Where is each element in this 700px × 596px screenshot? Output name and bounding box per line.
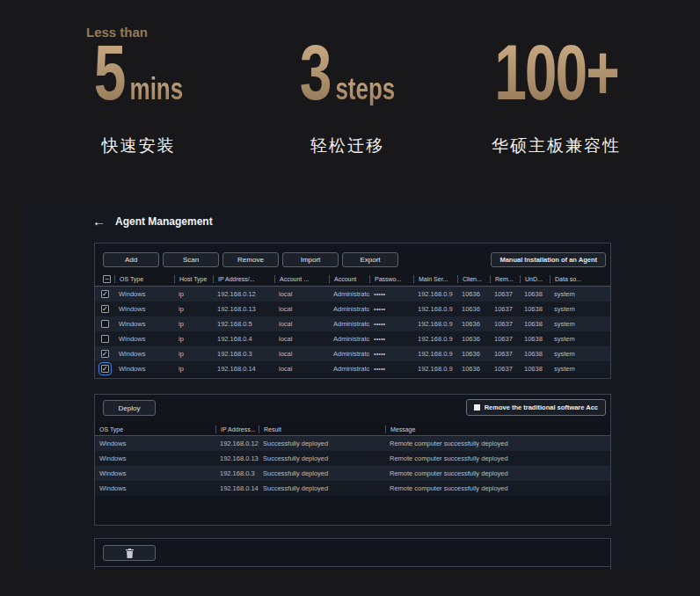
row-checkbox[interactable] bbox=[101, 365, 109, 373]
table-cell: 192.168.0.9 bbox=[413, 305, 457, 313]
deploy-button[interactable]: Deploy bbox=[103, 400, 156, 416]
table-cell: Successfully deployed bbox=[259, 454, 385, 462]
table-cell: 10636 bbox=[457, 335, 490, 343]
table-cell: Administrator bbox=[329, 305, 369, 313]
row-checkbox-cell bbox=[95, 350, 114, 358]
import-button[interactable]: Import bbox=[282, 252, 339, 267]
table-row[interactable]: Windowsip192.168.0.13localAdministrator•… bbox=[95, 302, 610, 316]
manual-install-button[interactable]: Manual Installation of an Agent bbox=[491, 252, 606, 267]
remove-traditional-software-toggle[interactable]: Remove the traditional software Acc bbox=[466, 399, 606, 416]
table-cell: Administrator bbox=[329, 335, 369, 343]
deploy-section: Deploy Remove the traditional software A… bbox=[94, 394, 611, 526]
table-cell: 10638 bbox=[520, 350, 550, 358]
table-cell: 192.168.0.5 bbox=[213, 320, 274, 328]
table-cell: system bbox=[550, 320, 610, 328]
table-row[interactable]: Windowsip192.168.0.14localAdministrator•… bbox=[95, 361, 610, 376]
table-cell: local bbox=[274, 320, 329, 328]
column-header: Data so... bbox=[550, 275, 610, 283]
row-checkbox[interactable] bbox=[101, 350, 109, 358]
table-cell: local bbox=[274, 365, 329, 373]
deploy-table-header: OS TypeIP Address...ResultMessage bbox=[95, 423, 610, 436]
export-button[interactable]: Export bbox=[342, 252, 398, 267]
table-cell: system bbox=[550, 335, 610, 343]
table-cell: 192.168.0.12 bbox=[215, 440, 259, 447]
stat-unit: steps bbox=[335, 70, 395, 107]
delete-button[interactable] bbox=[103, 545, 156, 561]
table-cell: 192.168.0.14 bbox=[215, 484, 259, 492]
table-cell: ip bbox=[174, 305, 213, 313]
table-cell: ••••• bbox=[369, 290, 413, 298]
row-checkbox[interactable] bbox=[101, 290, 109, 298]
table-cell: 192.168.0.9 bbox=[413, 320, 457, 328]
table-cell: 10637 bbox=[490, 290, 520, 298]
row-checkbox-cell bbox=[95, 335, 114, 343]
cutoff-table-header bbox=[95, 567, 610, 570]
row-checkbox[interactable] bbox=[101, 335, 109, 343]
table-row[interactable]: Windows192.168.0.13Successfully deployed… bbox=[95, 451, 610, 466]
column-header: Message bbox=[385, 425, 610, 433]
table-cell: 10637 bbox=[490, 305, 520, 313]
table-cell: 10636 bbox=[457, 350, 490, 358]
row-checkbox-cell bbox=[95, 305, 114, 313]
stat-compatibility: 100+ 华硕主板兼容性 bbox=[462, 47, 651, 157]
table-cell: 192.168.0.9 bbox=[413, 290, 457, 298]
page-title: Agent Management bbox=[115, 215, 213, 228]
remove-button[interactable]: Remove bbox=[222, 252, 279, 267]
stat-label: 快速安装 bbox=[53, 134, 224, 157]
stat-label: 华硕主板兼容性 bbox=[462, 134, 651, 157]
stat-install-time: 5 mins 快速安装 bbox=[53, 47, 224, 157]
trash-icon bbox=[126, 549, 134, 558]
table-cell: ••••• bbox=[369, 305, 413, 313]
column-header: IP Address/... bbox=[213, 275, 274, 283]
scan-button[interactable]: Scan bbox=[163, 252, 219, 267]
table-row[interactable]: Windows192.168.0.12Successfully deployed… bbox=[95, 436, 610, 451]
table-cell: Remote computer successfully deployed bbox=[385, 440, 610, 447]
table-cell: ip bbox=[174, 365, 213, 373]
table-cell: 10638 bbox=[520, 365, 550, 373]
table-row[interactable]: Windowsip192.168.0.4localAdministrator••… bbox=[95, 331, 610, 346]
back-icon[interactable]: ← bbox=[92, 215, 106, 228]
table-cell: Windows bbox=[114, 335, 174, 343]
column-header: Host Type bbox=[174, 275, 213, 283]
table-row[interactable]: Windows192.168.0.3Successfully deployedR… bbox=[95, 466, 610, 481]
table-cell: Successfully deployed bbox=[259, 469, 385, 477]
table-cell: Windows bbox=[114, 290, 174, 298]
agents-toolbar: Add Scan Remove Import Export bbox=[103, 252, 398, 267]
table-cell: local bbox=[274, 335, 329, 343]
table-cell: 10637 bbox=[490, 335, 520, 343]
table-cell: ••••• bbox=[369, 335, 413, 343]
table-cell: 10636 bbox=[457, 365, 490, 373]
row-checkbox[interactable] bbox=[101, 305, 109, 313]
add-button[interactable]: Add bbox=[103, 252, 159, 267]
table-cell: 192.168.0.14 bbox=[213, 365, 274, 373]
table-cell: 10637 bbox=[490, 320, 520, 328]
table-cell: 192.168.0.13 bbox=[215, 454, 259, 462]
table-cell: 192.168.0.4 bbox=[213, 335, 274, 343]
table-cell: 10638 bbox=[520, 335, 550, 343]
agents-table-header: OS TypeHost TypeIP Address/...Account ..… bbox=[95, 272, 610, 287]
table-cell: Remote computer successfully deployed bbox=[385, 469, 610, 477]
column-header: Account bbox=[329, 275, 369, 283]
column-header: IP Address... bbox=[215, 425, 259, 433]
stat-number: 100+ bbox=[494, 25, 618, 118]
table-cell: Administrator bbox=[329, 320, 369, 328]
table-cell: 192.168.0.13 bbox=[213, 305, 274, 313]
table-cell: system bbox=[550, 365, 610, 373]
agents-table-body: Windowsip192.168.0.12localAdministrator•… bbox=[95, 287, 610, 376]
stat-label: 轻松迁移 bbox=[264, 134, 431, 157]
table-cell: Administrator bbox=[329, 350, 369, 358]
table-cell: 10636 bbox=[457, 290, 490, 298]
table-cell: Windows bbox=[95, 454, 215, 462]
table-cell: Administrator bbox=[329, 365, 369, 373]
row-checkbox[interactable] bbox=[101, 320, 109, 328]
table-row[interactable]: Windowsip192.168.0.12localAdministrator•… bbox=[95, 287, 610, 302]
table-row[interactable]: Windowsip192.168.0.5localAdministrator••… bbox=[95, 316, 610, 331]
table-row[interactable]: Windowsip192.168.0.3localAdministrator••… bbox=[95, 346, 610, 361]
table-row[interactable]: Windows192.168.0.14Successfully deployed… bbox=[95, 481, 610, 496]
table-cell: system bbox=[550, 290, 610, 298]
table-cell: system bbox=[550, 350, 610, 358]
table-cell: system bbox=[550, 305, 610, 313]
column-header: UnD... bbox=[520, 275, 550, 283]
select-all-checkbox[interactable] bbox=[103, 275, 111, 283]
column-header: Result bbox=[259, 425, 385, 433]
